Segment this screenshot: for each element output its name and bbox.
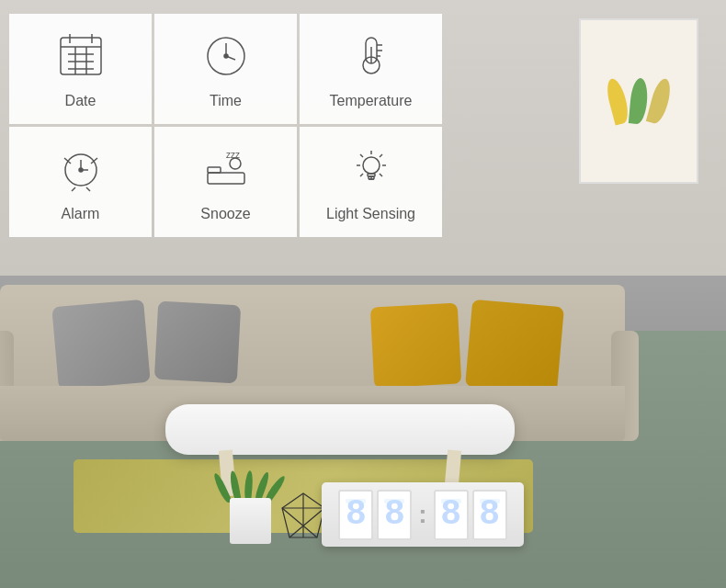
svg-point-36 [363,157,380,174]
led-clock: 8 8 : 8 8 [322,482,524,547]
colon-separator: : [418,500,426,529]
pillow-gray-2 [154,301,241,384]
geometric-decoration [280,492,326,542]
pillow-gray-1 [51,300,150,390]
svg-point-17 [224,54,228,58]
feature-item-light-sensing[interactable]: Light Sensing [300,127,442,237]
light-icon [344,141,399,197]
snooze-icon: zzz [199,141,254,197]
digit-display: 8 [440,497,461,532]
leaf-yellow [604,77,631,126]
feature-item-date[interactable]: Date [9,14,152,124]
digit-display: 8 [346,497,367,532]
feature-item-time[interactable]: Time [154,14,297,124]
feature-item-snooze[interactable]: zzz Snooze [154,127,297,237]
digit-hour-tens: 8 [338,490,373,540]
svg-line-4 [282,508,317,537]
digit-minute-ones: 8 [472,490,507,540]
feature-label-light-sensing: Light Sensing [326,206,415,222]
feature-item-alarm[interactable]: Alarm [9,127,152,237]
digit-group-hours: 8 8 [338,490,412,540]
svg-line-30 [86,187,90,191]
feature-item-temperature[interactable]: Temperature [300,14,442,124]
plant [230,498,271,544]
artwork [579,18,698,184]
svg-line-44 [360,174,363,176]
pillow-yellow-1 [370,303,461,389]
leaf-light-yellow [646,77,674,126]
svg-line-43 [380,154,382,157]
digit-hour-ones: 8 [377,490,412,540]
svg-rect-33 [208,167,221,173]
svg-text:zzz: zzz [226,150,240,160]
digit-display: 8 [384,497,405,532]
clock-icon [199,28,254,84]
feature-label-temperature: Temperature [330,93,413,109]
feature-label-alarm: Alarm [62,206,100,222]
feature-label-date: Date [65,93,96,109]
digit-display: 8 [479,497,500,532]
digit-minute-tens: 8 [434,490,469,540]
thermometer-icon [344,28,399,84]
svg-line-41 [360,154,363,157]
alarm-icon [53,141,108,197]
plant-pot [230,498,271,544]
calendar-icon [53,28,108,84]
svg-line-29 [72,187,75,191]
svg-point-31 [79,168,83,172]
feature-label-time: Time [210,93,242,109]
svg-rect-32 [208,173,244,184]
digit-group-minutes: 8 8 [434,490,507,540]
feature-label-snooze: Snooze [200,206,250,222]
svg-line-3 [289,508,324,537]
pillow-yellow-2 [465,300,564,394]
table-top [165,404,515,455]
svg-line-42 [380,174,382,176]
feature-grid: Date Time Temperature [9,14,442,237]
